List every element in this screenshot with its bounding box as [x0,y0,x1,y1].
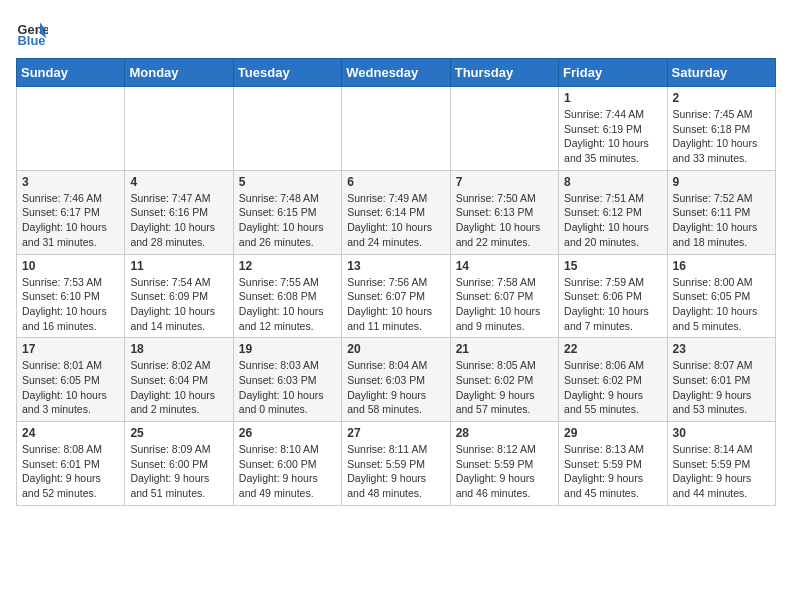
page-header: General Blue [16,16,776,48]
calendar-cell: 15Sunrise: 7:59 AM Sunset: 6:06 PM Dayli… [559,254,667,338]
day-number: 26 [239,426,336,440]
day-number: 16 [673,259,770,273]
day-number: 12 [239,259,336,273]
day-info: Sunrise: 8:03 AM Sunset: 6:03 PM Dayligh… [239,358,336,417]
weekday-header: Tuesday [233,59,341,87]
calendar-week-row: 24Sunrise: 8:08 AM Sunset: 6:01 PM Dayli… [17,422,776,506]
calendar-cell: 7Sunrise: 7:50 AM Sunset: 6:13 PM Daylig… [450,170,558,254]
day-info: Sunrise: 8:04 AM Sunset: 6:03 PM Dayligh… [347,358,444,417]
day-info: Sunrise: 7:56 AM Sunset: 6:07 PM Dayligh… [347,275,444,334]
day-number: 10 [22,259,119,273]
calendar-cell: 3Sunrise: 7:46 AM Sunset: 6:17 PM Daylig… [17,170,125,254]
calendar-header-row: SundayMondayTuesdayWednesdayThursdayFrid… [17,59,776,87]
day-info: Sunrise: 7:44 AM Sunset: 6:19 PM Dayligh… [564,107,661,166]
calendar-cell [125,87,233,171]
day-number: 27 [347,426,444,440]
day-info: Sunrise: 7:54 AM Sunset: 6:09 PM Dayligh… [130,275,227,334]
svg-text:Blue: Blue [18,33,46,48]
day-number: 13 [347,259,444,273]
calendar-cell: 12Sunrise: 7:55 AM Sunset: 6:08 PM Dayli… [233,254,341,338]
logo-icon: General Blue [16,16,48,48]
day-number: 3 [22,175,119,189]
weekday-header: Saturday [667,59,775,87]
day-number: 28 [456,426,553,440]
day-number: 6 [347,175,444,189]
day-number: 18 [130,342,227,356]
day-number: 1 [564,91,661,105]
calendar-cell: 11Sunrise: 7:54 AM Sunset: 6:09 PM Dayli… [125,254,233,338]
day-info: Sunrise: 7:55 AM Sunset: 6:08 PM Dayligh… [239,275,336,334]
day-info: Sunrise: 8:12 AM Sunset: 5:59 PM Dayligh… [456,442,553,501]
day-info: Sunrise: 7:59 AM Sunset: 6:06 PM Dayligh… [564,275,661,334]
calendar-table: SundayMondayTuesdayWednesdayThursdayFrid… [16,58,776,506]
day-info: Sunrise: 8:01 AM Sunset: 6:05 PM Dayligh… [22,358,119,417]
day-info: Sunrise: 7:48 AM Sunset: 6:15 PM Dayligh… [239,191,336,250]
day-number: 22 [564,342,661,356]
calendar-cell: 24Sunrise: 8:08 AM Sunset: 6:01 PM Dayli… [17,422,125,506]
day-info: Sunrise: 7:52 AM Sunset: 6:11 PM Dayligh… [673,191,770,250]
calendar-cell: 17Sunrise: 8:01 AM Sunset: 6:05 PM Dayli… [17,338,125,422]
calendar-cell: 27Sunrise: 8:11 AM Sunset: 5:59 PM Dayli… [342,422,450,506]
day-info: Sunrise: 8:09 AM Sunset: 6:00 PM Dayligh… [130,442,227,501]
calendar-cell: 5Sunrise: 7:48 AM Sunset: 6:15 PM Daylig… [233,170,341,254]
calendar-cell: 20Sunrise: 8:04 AM Sunset: 6:03 PM Dayli… [342,338,450,422]
day-number: 25 [130,426,227,440]
day-info: Sunrise: 8:08 AM Sunset: 6:01 PM Dayligh… [22,442,119,501]
calendar-cell: 2Sunrise: 7:45 AM Sunset: 6:18 PM Daylig… [667,87,775,171]
weekday-header: Wednesday [342,59,450,87]
calendar-cell: 13Sunrise: 7:56 AM Sunset: 6:07 PM Dayli… [342,254,450,338]
day-info: Sunrise: 8:13 AM Sunset: 5:59 PM Dayligh… [564,442,661,501]
day-number: 5 [239,175,336,189]
day-number: 20 [347,342,444,356]
calendar-cell: 9Sunrise: 7:52 AM Sunset: 6:11 PM Daylig… [667,170,775,254]
calendar-cell: 28Sunrise: 8:12 AM Sunset: 5:59 PM Dayli… [450,422,558,506]
day-number: 15 [564,259,661,273]
day-info: Sunrise: 8:10 AM Sunset: 6:00 PM Dayligh… [239,442,336,501]
calendar-cell: 1Sunrise: 7:44 AM Sunset: 6:19 PM Daylig… [559,87,667,171]
day-info: Sunrise: 7:51 AM Sunset: 6:12 PM Dayligh… [564,191,661,250]
weekday-header: Sunday [17,59,125,87]
calendar-cell: 10Sunrise: 7:53 AM Sunset: 6:10 PM Dayli… [17,254,125,338]
calendar-cell: 16Sunrise: 8:00 AM Sunset: 6:05 PM Dayli… [667,254,775,338]
day-number: 19 [239,342,336,356]
calendar-cell: 19Sunrise: 8:03 AM Sunset: 6:03 PM Dayli… [233,338,341,422]
day-info: Sunrise: 8:06 AM Sunset: 6:02 PM Dayligh… [564,358,661,417]
day-info: Sunrise: 7:45 AM Sunset: 6:18 PM Dayligh… [673,107,770,166]
logo: General Blue [16,16,48,48]
day-number: 4 [130,175,227,189]
calendar-week-row: 3Sunrise: 7:46 AM Sunset: 6:17 PM Daylig… [17,170,776,254]
day-number: 29 [564,426,661,440]
weekday-header: Friday [559,59,667,87]
day-number: 24 [22,426,119,440]
calendar-week-row: 10Sunrise: 7:53 AM Sunset: 6:10 PM Dayli… [17,254,776,338]
day-number: 2 [673,91,770,105]
calendar-cell: 18Sunrise: 8:02 AM Sunset: 6:04 PM Dayli… [125,338,233,422]
day-info: Sunrise: 8:05 AM Sunset: 6:02 PM Dayligh… [456,358,553,417]
day-info: Sunrise: 7:53 AM Sunset: 6:10 PM Dayligh… [22,275,119,334]
calendar-cell: 4Sunrise: 7:47 AM Sunset: 6:16 PM Daylig… [125,170,233,254]
day-number: 8 [564,175,661,189]
calendar-cell: 23Sunrise: 8:07 AM Sunset: 6:01 PM Dayli… [667,338,775,422]
calendar-cell [450,87,558,171]
day-number: 17 [22,342,119,356]
calendar-cell: 25Sunrise: 8:09 AM Sunset: 6:00 PM Dayli… [125,422,233,506]
day-info: Sunrise: 7:47 AM Sunset: 6:16 PM Dayligh… [130,191,227,250]
calendar-cell: 6Sunrise: 7:49 AM Sunset: 6:14 PM Daylig… [342,170,450,254]
calendar-cell [342,87,450,171]
day-info: Sunrise: 8:02 AM Sunset: 6:04 PM Dayligh… [130,358,227,417]
calendar-cell: 26Sunrise: 8:10 AM Sunset: 6:00 PM Dayli… [233,422,341,506]
day-number: 9 [673,175,770,189]
calendar-cell [233,87,341,171]
day-number: 21 [456,342,553,356]
day-info: Sunrise: 8:14 AM Sunset: 5:59 PM Dayligh… [673,442,770,501]
weekday-header: Monday [125,59,233,87]
calendar-cell: 22Sunrise: 8:06 AM Sunset: 6:02 PM Dayli… [559,338,667,422]
day-info: Sunrise: 8:00 AM Sunset: 6:05 PM Dayligh… [673,275,770,334]
day-info: Sunrise: 7:49 AM Sunset: 6:14 PM Dayligh… [347,191,444,250]
day-info: Sunrise: 7:50 AM Sunset: 6:13 PM Dayligh… [456,191,553,250]
calendar-week-row: 17Sunrise: 8:01 AM Sunset: 6:05 PM Dayli… [17,338,776,422]
day-number: 23 [673,342,770,356]
day-info: Sunrise: 8:11 AM Sunset: 5:59 PM Dayligh… [347,442,444,501]
day-number: 7 [456,175,553,189]
calendar-cell: 8Sunrise: 7:51 AM Sunset: 6:12 PM Daylig… [559,170,667,254]
